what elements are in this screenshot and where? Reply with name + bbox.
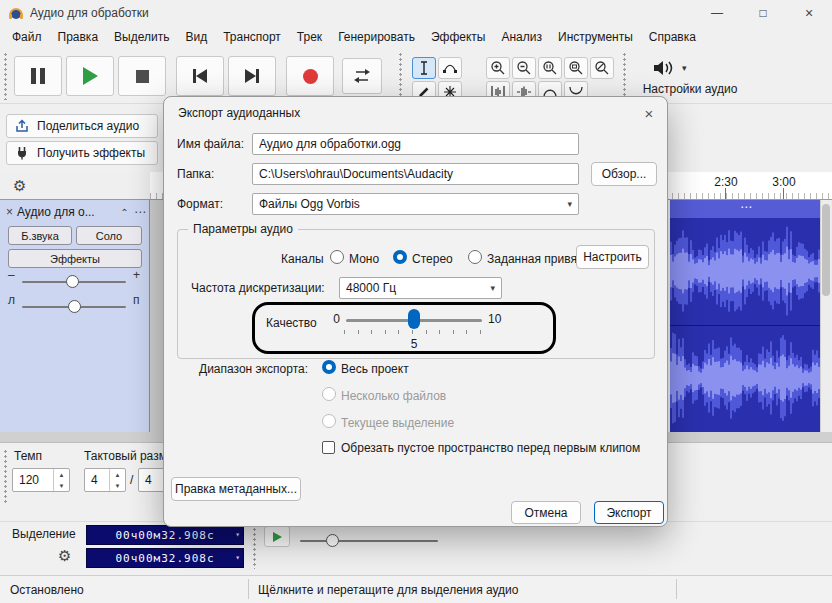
vertical-scrollbar-thumb[interactable] — [822, 204, 830, 296]
range-multiple-label: Несколько файлов — [341, 389, 446, 403]
speaker-icon — [652, 58, 676, 78]
configure-button[interactable]: Настроить — [576, 245, 649, 269]
trim-blank-checkbox[interactable] — [322, 441, 335, 454]
export-button[interactable]: Экспорт — [594, 501, 664, 524]
track-title[interactable]: Аудио для о... — [17, 205, 117, 219]
gain-min-label: – — [8, 268, 15, 282]
play-button[interactable] — [66, 56, 114, 96]
format-select[interactable]: Файлы Ogg Vorbis ▾ — [252, 193, 579, 215]
close-button[interactable]: × — [786, 0, 832, 26]
zoom-selection-button[interactable] — [538, 57, 562, 79]
menu-tracks[interactable]: Трек — [289, 26, 330, 48]
range-selection-radio[interactable] — [322, 414, 336, 428]
range-multiple-radio[interactable] — [322, 387, 336, 401]
track-menu-icon[interactable]: ⋯ — [132, 205, 148, 219]
mono-radio[interactable] — [330, 250, 344, 264]
time-signature-label: Тактовый разм — [84, 449, 167, 463]
track-header: × Аудио для о... ⌃ ⋯ — [2, 203, 148, 221]
zoom-in-button[interactable] — [486, 57, 510, 79]
skip-to-start-button[interactable] — [176, 56, 224, 96]
menu-tools[interactable]: Инструменты — [550, 26, 641, 48]
selection-end-time[interactable]: 00ч00м32.908с ▾ — [86, 548, 244, 568]
timeline-options-gear-icon[interactable]: ⚙ — [13, 177, 26, 195]
menu-help[interactable]: Справка — [641, 26, 704, 48]
audio-settings-button[interactable]: ▾ Настройки аудио — [630, 56, 750, 100]
menu-view[interactable]: Вид — [177, 26, 215, 48]
range-whole-radio[interactable] — [322, 360, 336, 374]
zoom-fit-button[interactable] — [564, 57, 588, 79]
selection-gear-icon[interactable]: ⚙ — [58, 547, 71, 565]
clip-header[interactable]: ⋯ — [670, 200, 820, 218]
channels-label: Каналы — [281, 252, 324, 266]
play-at-speed-button[interactable] — [264, 526, 290, 547]
browse-button[interactable]: Обзор... — [591, 162, 657, 186]
track-close-icon[interactable]: × — [2, 205, 17, 219]
track-collapse-icon[interactable]: ⌃ — [117, 207, 132, 218]
toolbar-grip[interactable] — [622, 52, 627, 100]
track-effects-button[interactable]: Эффекты — [8, 249, 142, 268]
minimize-button[interactable]: — — [694, 0, 740, 26]
zoom-toggle-button[interactable] — [590, 57, 614, 79]
zoom-out-button[interactable] — [512, 57, 536, 79]
time-signature-upper-input[interactable]: 4 ▲▼ — [84, 468, 126, 492]
zoom-fit-icon — [568, 60, 584, 76]
tempo-label: Темп — [14, 449, 42, 463]
folder-input[interactable] — [252, 163, 579, 185]
status-bar: Остановлено Щёлкните и перетащите для вы… — [0, 575, 832, 603]
menu-generate[interactable]: Генерировать — [330, 26, 423, 48]
solo-button[interactable]: Соло — [76, 226, 142, 245]
gain-slider-thumb[interactable] — [66, 275, 79, 288]
tempo-input[interactable]: 120 ▲▼ — [12, 468, 70, 492]
envelope-tool-button[interactable] — [438, 57, 462, 79]
loop-button[interactable] — [342, 58, 382, 94]
get-effects-button[interactable]: Получить эффекты — [6, 141, 158, 165]
selection-start-time[interactable]: 00ч00м32.908с ▾ — [86, 525, 244, 545]
selection-tool-button[interactable] — [412, 57, 436, 79]
custom-mapping-radio[interactable] — [468, 250, 482, 264]
play-speed-slider-thumb[interactable] — [326, 534, 339, 547]
menu-edit[interactable]: Правка — [50, 26, 107, 48]
dialog-close-icon[interactable]: × — [636, 101, 662, 125]
maximize-button[interactable]: □ — [740, 0, 786, 26]
quality-max-label: 10 — [488, 312, 501, 326]
menu-select[interactable]: Выделить — [106, 26, 177, 48]
stereo-radio[interactable] — [393, 250, 407, 264]
filename-input[interactable] — [252, 133, 579, 155]
toolbar-grip[interactable] — [398, 52, 403, 100]
waveform-area[interactable]: ⋯ — [670, 200, 820, 432]
mute-button[interactable]: Б.звука — [8, 226, 72, 245]
skip-to-end-button[interactable] — [228, 56, 276, 96]
audio-options-legend: Параметры аудио — [188, 222, 298, 236]
menu-effects[interactable]: Эффекты — [423, 26, 494, 48]
play-speed-slider-track[interactable] — [300, 540, 438, 542]
channel-divider — [670, 325, 820, 326]
cancel-button[interactable]: Отмена — [511, 501, 581, 524]
record-button[interactable] — [286, 56, 334, 96]
time-signature-upper-spinner[interactable]: ▲▼ — [109, 469, 125, 491]
pan-slider-thumb[interactable] — [68, 300, 81, 313]
tempo-spinner[interactable]: ▲▼ — [53, 469, 69, 491]
dialog-title: Экспорт аудиоданных — [178, 106, 300, 120]
menu-analyze[interactable]: Анализ — [493, 26, 550, 48]
pause-button[interactable] — [14, 56, 62, 96]
pause-icon — [31, 68, 36, 84]
record-icon — [303, 69, 318, 84]
menu-transport[interactable]: Транспорт — [215, 26, 289, 48]
share-audio-button[interactable]: Поделиться аудио — [6, 114, 158, 138]
toolbar-grip[interactable] — [3, 449, 8, 505]
edit-metadata-button[interactable]: Правка метаданных... — [171, 477, 301, 501]
sample-rate-select[interactable]: 48000 Гц ▾ — [339, 277, 502, 299]
clip-menu-icon[interactable]: ⋯ — [740, 200, 752, 214]
chevron-down-icon: ▾ — [567, 199, 572, 209]
stop-button[interactable] — [118, 56, 166, 96]
toolbar-grip[interactable] — [3, 52, 8, 100]
audio-settings-label: Настройки аудио — [630, 82, 750, 96]
menu-file[interactable]: Файл — [4, 26, 50, 48]
envelope-icon — [443, 61, 457, 75]
toolbar-grip[interactable] — [252, 527, 257, 569]
track-control-panel: × Аудио для о... ⌃ ⋯ Б.звука Соло Эффект… — [0, 200, 150, 432]
mono-label: Моно — [349, 252, 379, 266]
audacity-logo-icon — [8, 5, 24, 21]
get-effects-label: Получить эффекты — [37, 146, 145, 160]
quality-slider-thumb[interactable] — [408, 309, 420, 329]
